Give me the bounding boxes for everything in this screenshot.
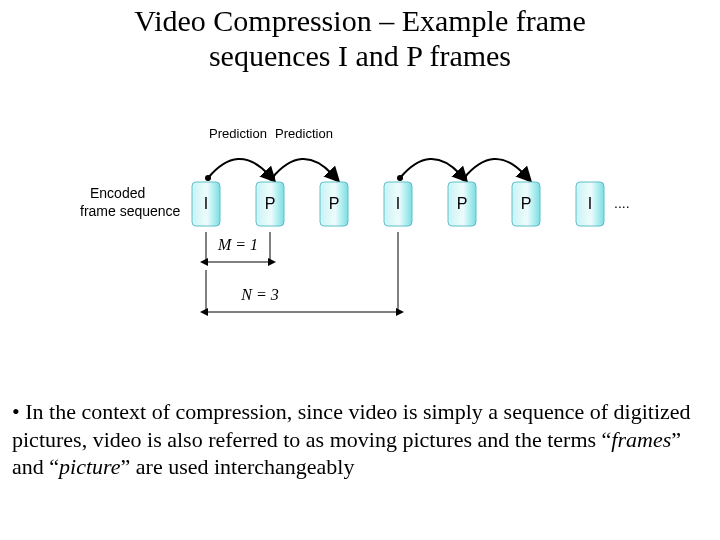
- frame-label-6: P: [521, 195, 532, 212]
- m-label: M = 1: [217, 236, 258, 253]
- frame-label-1: I: [204, 195, 208, 212]
- prediction-arc-2: [269, 159, 332, 181]
- frame-box-2: P: [256, 182, 284, 226]
- encoded-label-line-1: Encoded: [90, 185, 145, 201]
- frame-label-5: P: [457, 195, 468, 212]
- frame-box-7: I: [576, 182, 604, 226]
- prediction-arc-3: [397, 159, 460, 181]
- frame-label-2: P: [265, 195, 276, 212]
- frame-label-4: I: [396, 195, 400, 212]
- n-label: N = 3: [240, 286, 278, 303]
- prediction-label-1: Prediction: [209, 126, 267, 141]
- bullet-paragraph: • In the context of compression, since v…: [12, 398, 714, 481]
- prediction-arc-1: [205, 159, 268, 181]
- prediction-label-2: Prediction: [275, 126, 333, 141]
- frame-box-5: P: [448, 182, 476, 226]
- frame-box-4: I: [384, 182, 412, 226]
- quote-open-1: “: [602, 427, 612, 452]
- frame-label-7: I: [588, 195, 592, 212]
- frame-label-3: P: [329, 195, 340, 212]
- title-line-2: sequences I and P frames: [209, 39, 511, 72]
- frames-word: frames: [611, 427, 671, 452]
- prediction-arc-4: [461, 159, 524, 181]
- frame-box-6: P: [512, 182, 540, 226]
- quote-open-2: “: [49, 454, 59, 479]
- frame-box-1: I: [192, 182, 220, 226]
- frame-box-3: P: [320, 182, 348, 226]
- bullet-lead: • In the context of compression, since v…: [12, 399, 691, 452]
- m-bracket: M = 1: [206, 232, 270, 262]
- picture-word: picture: [59, 454, 121, 479]
- title-line-1: Video Compression – Example frame: [134, 4, 585, 37]
- slide-title: Video Compression – Example frame sequen…: [0, 0, 720, 73]
- quote-close-2: ”: [121, 454, 131, 479]
- bullet-tail: are used interchangeably: [130, 454, 354, 479]
- bullet-and: and: [12, 454, 49, 479]
- frame-sequence-diagram: Prediction Prediction Encoded frame se: [80, 120, 640, 350]
- ellipsis-label: ....: [614, 195, 630, 211]
- quote-close-1: ”: [671, 427, 681, 452]
- encoded-label-line-2: frame sequence: [80, 203, 181, 219]
